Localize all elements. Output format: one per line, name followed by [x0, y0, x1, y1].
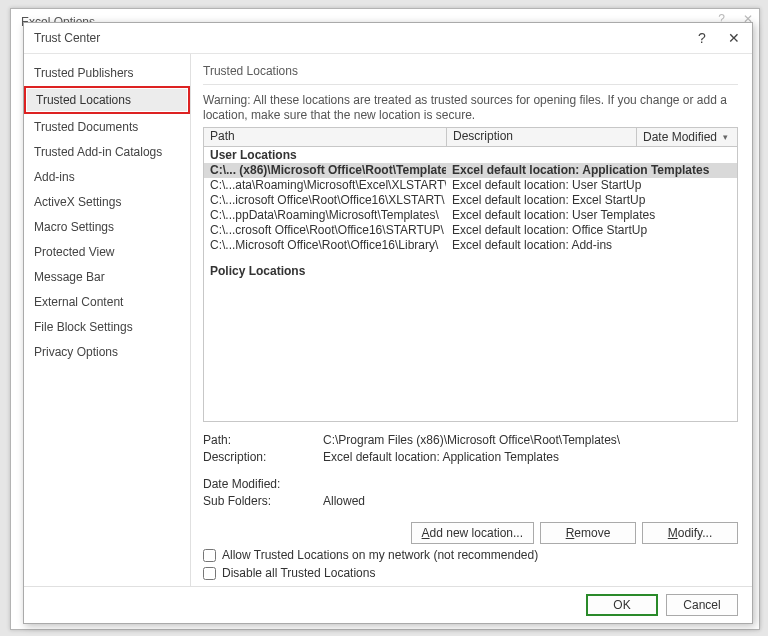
detail-label-path: Path: [203, 432, 323, 449]
sidebar-item-trusted-locations[interactable]: Trusted Locations [24, 86, 190, 114]
table-header-row: Path Description Date Modified ▾ [204, 128, 737, 147]
add-new-location-button[interactable]: Add new location... [411, 522, 534, 544]
sidebar-item-macro-settings[interactable]: Macro Settings [24, 215, 190, 239]
panel-title: Trusted Locations [203, 64, 738, 85]
sidebar-item-add-ins[interactable]: Add-ins [24, 165, 190, 189]
detail-value-path: C:\Program Files (x86)\Microsoft Office\… [323, 432, 620, 449]
table-row[interactable]: C:\...Microsoft Office\Root\Office16\Lib… [204, 238, 737, 253]
table-body: User Locations C:\... (x86)\Microsoft Of… [204, 147, 737, 421]
cell-description: Excel default location: Add-ins [446, 238, 737, 253]
locations-table: Path Description Date Modified ▾ User Lo… [203, 127, 738, 422]
dialog-title-bar: Trust Center ? ✕ [24, 23, 752, 54]
cell-path: C:\...icrosoft Office\Root\Office16\XLST… [204, 193, 446, 208]
detail-label-sub-folders: Sub Folders: [203, 493, 323, 510]
table-row[interactable]: C:\... (x86)\Microsoft Office\Root\Templ… [204, 163, 737, 178]
cell-path: C:\...Microsoft Office\Root\Office16\Lib… [204, 238, 446, 253]
allow-network-row: Allow Trusted Locations on my network (n… [203, 548, 738, 562]
cell-description: Excel default location: Office StartUp [446, 223, 737, 238]
section-policy-locations: Policy Locations [204, 263, 737, 279]
column-header-path[interactable]: Path [204, 128, 447, 146]
help-button[interactable]: ? [686, 24, 718, 52]
disable-all-checkbox[interactable] [203, 567, 216, 580]
table-row[interactable]: C:\...icrosoft Office\Root\Office16\XLST… [204, 193, 737, 208]
detail-value-sub-folders: Allowed [323, 493, 365, 510]
detail-value-description: Excel default location: Application Temp… [323, 449, 559, 466]
allow-network-label: Allow Trusted Locations on my network (n… [222, 548, 538, 562]
cell-description: Excel default location: Application Temp… [446, 163, 737, 178]
section-user-locations: User Locations [204, 147, 737, 163]
action-button-row: Add new location... Remove Modify... [203, 522, 738, 544]
cell-description: Excel default location: User Templates [446, 208, 737, 223]
trust-center-dialog: Trust Center ? ✕ Trusted Publishers Trus… [23, 22, 753, 624]
column-header-date-modified[interactable]: Date Modified ▾ [637, 128, 737, 146]
chevron-down-icon: ▾ [723, 132, 728, 142]
sidebar-item-activex-settings[interactable]: ActiveX Settings [24, 190, 190, 214]
sidebar-item-message-bar[interactable]: Message Bar [24, 265, 190, 289]
sidebar-item-trusted-publishers[interactable]: Trusted Publishers [24, 61, 190, 85]
modify-button[interactable]: Modify... [642, 522, 738, 544]
sidebar-item-file-block-settings[interactable]: File Block Settings [24, 315, 190, 339]
remove-button[interactable]: Remove [540, 522, 636, 544]
close-button[interactable]: ✕ [718, 24, 750, 52]
warning-text: Warning: All these locations are treated… [203, 93, 738, 123]
sidebar-item-trusted-documents[interactable]: Trusted Documents [24, 115, 190, 139]
table-row[interactable]: C:\...crosoft Office\Root\Office16\START… [204, 223, 737, 238]
cell-description: Excel default location: User StartUp [446, 178, 737, 193]
sidebar-item-protected-view[interactable]: Protected View [24, 240, 190, 264]
sidebar-item-trusted-addin-catalogs[interactable]: Trusted Add-in Catalogs [24, 140, 190, 164]
detail-label-description: Description: [203, 449, 323, 466]
cell-path: C:\...ppData\Roaming\Microsoft\Templates… [204, 208, 446, 223]
column-header-date-label: Date Modified [643, 130, 717, 144]
detail-label-date-modified: Date Modified: [203, 476, 323, 493]
disable-all-label: Disable all Trusted Locations [222, 566, 375, 580]
column-header-description[interactable]: Description [447, 128, 637, 146]
cell-path: C:\...crosoft Office\Root\Office16\START… [204, 223, 446, 238]
ok-button[interactable]: OK [586, 594, 658, 616]
disable-all-row: Disable all Trusted Locations [203, 566, 738, 580]
dialog-footer: OK Cancel [24, 586, 752, 623]
main-panel: Trusted Locations Warning: All these loc… [191, 54, 752, 586]
sidebar-item-external-content[interactable]: External Content [24, 290, 190, 314]
cancel-button[interactable]: Cancel [666, 594, 738, 616]
allow-network-checkbox[interactable] [203, 549, 216, 562]
details-pane: Path: C:\Program Files (x86)\Microsoft O… [203, 432, 738, 510]
cell-path: C:\... (x86)\Microsoft Office\Root\Templ… [204, 163, 446, 178]
cell-description: Excel default location: Excel StartUp [446, 193, 737, 208]
dialog-title: Trust Center [34, 31, 686, 45]
cell-path: C:\...ata\Roaming\Microsoft\Excel\XLSTAR… [204, 178, 446, 193]
sidebar-item-privacy-options[interactable]: Privacy Options [24, 340, 190, 364]
table-row[interactable]: C:\...ppData\Roaming\Microsoft\Templates… [204, 208, 737, 223]
table-row[interactable]: C:\...ata\Roaming\Microsoft\Excel\XLSTAR… [204, 178, 737, 193]
category-sidebar: Trusted Publishers Trusted Locations Tru… [24, 54, 191, 586]
